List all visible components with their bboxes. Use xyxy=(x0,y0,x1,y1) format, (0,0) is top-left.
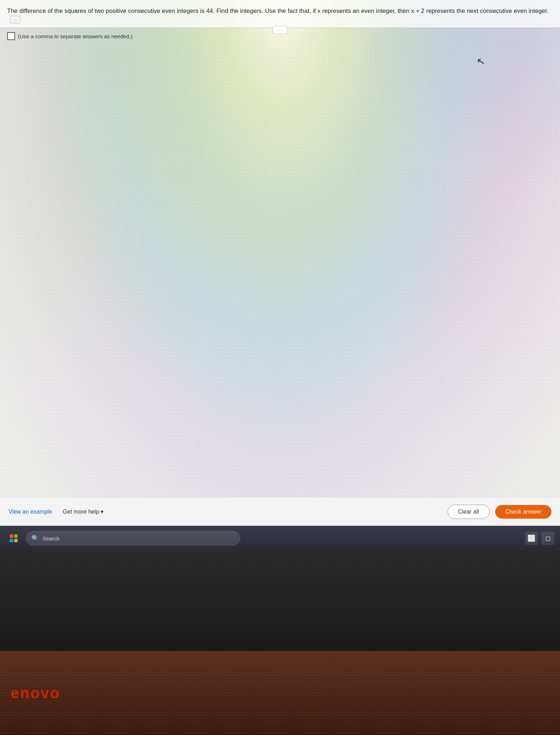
taskbar-app-icon[interactable]: ◻ xyxy=(541,532,554,545)
windows-icon-red xyxy=(10,534,13,538)
expand-dots-button[interactable]: ··· xyxy=(272,26,288,34)
answer-hint-text: (Use a comma to separate answers as need… xyxy=(18,33,132,39)
windows-icon-blue xyxy=(10,539,13,543)
taskbar-search-text: Search xyxy=(43,535,60,542)
windows-icon xyxy=(10,534,18,542)
bottom-bar-right: Clear all Check answer xyxy=(448,505,551,519)
windows-icon-green xyxy=(14,534,18,538)
dark-area xyxy=(0,551,560,651)
dot-overlay xyxy=(0,0,560,526)
get-more-help-link[interactable]: Get more help ▾ xyxy=(63,508,104,515)
check-answer-button[interactable]: Check answer xyxy=(495,505,551,519)
taskbar-search-bar[interactable]: 🔍 Search xyxy=(26,531,240,546)
main-content-area: The difference of the squares of two pos… xyxy=(0,0,560,526)
question-text: The difference of the squares of two pos… xyxy=(7,8,549,14)
lenovo-bar: enovo xyxy=(0,651,560,735)
bottom-bar: View an example Get more help ▾ Clear al… xyxy=(0,497,560,526)
taskbar-right-icons: ⬜ ◻ xyxy=(525,532,554,545)
taskbar: 🔍 Search ⬜ ◻ xyxy=(0,526,560,551)
windows-icon-yellow xyxy=(14,539,18,543)
answer-input-area: (Use a comma to separate answers as need… xyxy=(7,32,132,40)
clear-all-button[interactable]: Clear all xyxy=(448,505,490,519)
view-example-link[interactable]: View an example xyxy=(9,509,52,515)
question-box: The difference of the squares of two pos… xyxy=(0,0,560,28)
answer-input-checkbox[interactable] xyxy=(7,32,15,40)
lenovo-logo: enovo xyxy=(11,685,60,702)
taskbar-search-icon: 🔍 xyxy=(31,535,39,542)
expand-button[interactable]: ··· xyxy=(10,16,20,23)
lenovo-dot-pattern xyxy=(0,651,560,735)
windows-start-button[interactable] xyxy=(6,530,21,546)
taskbar-minimize-icon[interactable]: ⬜ xyxy=(525,532,538,545)
lenovo-logo-text: enovo xyxy=(11,685,60,701)
